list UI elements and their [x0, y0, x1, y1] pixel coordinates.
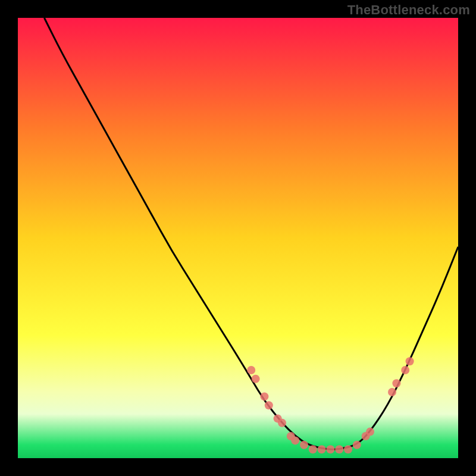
- data-point: [291, 436, 299, 444]
- data-point: [252, 375, 260, 383]
- data-point: [326, 445, 334, 453]
- data-point: [260, 392, 268, 400]
- data-point: [265, 401, 273, 409]
- data-point: [318, 445, 326, 453]
- bottleneck-chart: [0, 0, 476, 476]
- data-point: [309, 445, 317, 453]
- watermark-text: TheBottleneck.com: [347, 2, 470, 18]
- data-point: [406, 357, 414, 365]
- data-point: [392, 379, 400, 387]
- data-point: [278, 419, 286, 427]
- data-point: [335, 445, 343, 453]
- data-point: [366, 428, 374, 436]
- chart-frame: TheBottleneck.com: [0, 0, 476, 476]
- data-point: [344, 445, 352, 453]
- data-point: [300, 441, 308, 449]
- data-point: [353, 441, 361, 449]
- data-point: [388, 388, 396, 396]
- data-point: [401, 366, 409, 374]
- data-point: [247, 366, 255, 374]
